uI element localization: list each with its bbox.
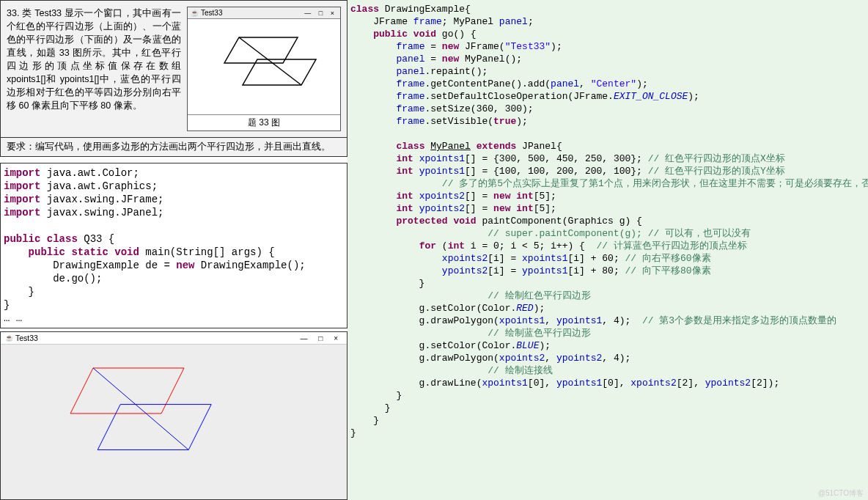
- watermark: @51CTO博客: [818, 488, 864, 499]
- problem-statement: 33. 类 Test33 显示一个窗口，其中画有一个红色的平行四边形（上面的）、…: [0, 0, 347, 138]
- code-ellipsis: … …: [4, 312, 22, 324]
- problem-body: 类 Test33 显示一个窗口，其中画有一个红色的平行四边形（上面的）、一个蓝色…: [7, 8, 181, 111]
- java-icon: ☕: [191, 10, 199, 17]
- figure-window-title: Test33: [201, 9, 222, 17]
- svg-line-2: [239, 37, 301, 85]
- output-titlebar: ☕ Test33 — □ ×: [1, 332, 347, 345]
- figure-window-titlebar: ☕ Test33 — □ ×: [188, 7, 340, 19]
- window-controls: — □ ×: [304, 10, 337, 17]
- problem-figure: ☕ Test33 — □ × 题 33 图: [187, 7, 341, 131]
- window-controls: — □ ×: [301, 334, 342, 342]
- svg-line-5: [93, 368, 188, 450]
- figure-canvas: [188, 19, 340, 114]
- output-window: ☕ Test33 — □ ×: [0, 331, 347, 500]
- output-canvas: [1, 345, 347, 499]
- code-panel-right: class DrawingExample{ JFrame frame; MyPa…: [347, 0, 868, 500]
- problem-text: 33. 类 Test33 显示一个窗口，其中画有一个红色的平行四边形（上面的）、…: [4, 4, 184, 134]
- svg-marker-3: [70, 368, 184, 413]
- code-panel-left: import import java.awt.Color;java.awt.Co…: [0, 163, 347, 328]
- java-icon: ☕: [5, 334, 13, 342]
- figure-caption: 题 33 图: [188, 114, 340, 130]
- problem-requirement: 要求：编写代码，使用画多边形的方法画出两个平行四边形，并且画出直线。: [0, 138, 347, 157]
- svg-marker-4: [98, 405, 211, 450]
- output-title: Test33: [15, 334, 38, 342]
- problem-number: 33.: [7, 8, 19, 18]
